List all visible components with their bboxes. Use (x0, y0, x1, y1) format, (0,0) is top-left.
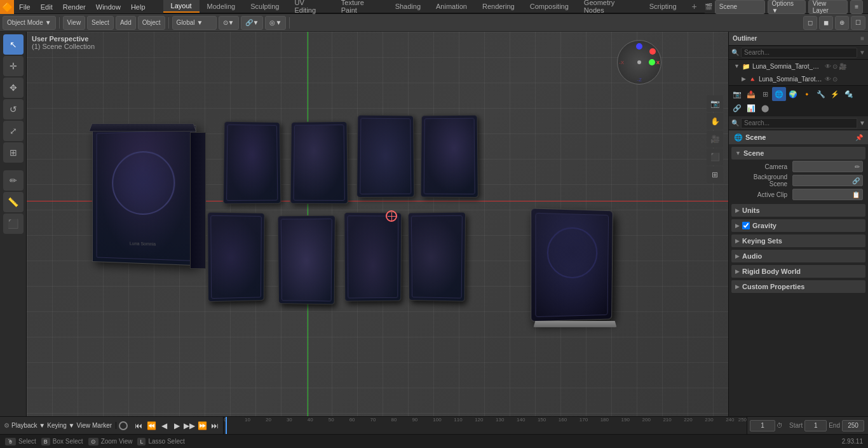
tab-texture-paint[interactable]: Texture Paint (334, 0, 388, 13)
view-menu-tl[interactable]: View (77, 422, 91, 429)
keying-sets-header[interactable]: ▶ Keying Sets (731, 234, 865, 247)
props-tab-particles[interactable]: ⚡ (828, 87, 842, 101)
options-btn[interactable]: Options ▼ (768, 0, 806, 14)
tool-select[interactable]: ↖ (3, 34, 24, 55)
outliner-filter-btn[interactable]: ≡ (860, 35, 864, 42)
transform-selector[interactable]: Global ▼ (172, 16, 217, 30)
props-search-input[interactable] (741, 118, 857, 128)
props-tab-modifiers[interactable]: 🔧 (814, 87, 828, 101)
camera-icon-btn[interactable]: 🎥 (707, 131, 723, 147)
tab-sculpting[interactable]: Sculpting (243, 0, 287, 13)
outliner-search-input[interactable] (741, 48, 857, 58)
gravity-header[interactable]: ▶ Gravity (731, 219, 865, 232)
select-menu[interactable]: Select (87, 16, 114, 30)
frame-clock-icon[interactable]: ⏱ (776, 422, 783, 429)
end-frame-input[interactable]: 250 (842, 420, 864, 431)
play-btn[interactable]: ▶ (171, 420, 182, 431)
props-tab-world[interactable]: 🌍 (786, 87, 800, 101)
camera-view-btn[interactable]: 📷 (707, 95, 723, 112)
custom-props-header[interactable]: ▶ Custom Properties (731, 280, 865, 293)
props-tab-material[interactable]: ⬤ (758, 101, 772, 115)
jump-end-btn[interactable]: ⏭ (209, 420, 220, 431)
keying-menu[interactable]: Keying ▼ (47, 422, 74, 429)
tab-animation[interactable]: Animation (428, 0, 475, 13)
tab-geometry-nodes[interactable]: Geometry Nodes (576, 0, 642, 13)
props-tab-render[interactable]: 📷 (730, 87, 744, 101)
outliner-options-btn[interactable]: ▼ (859, 49, 865, 56)
tab-shading[interactable]: Shading (388, 0, 428, 13)
tool-transform[interactable]: ⊞ (3, 142, 24, 163)
prev-keyframe-btn[interactable]: ◀ (158, 420, 170, 431)
tab-scripting[interactable]: Scripting (642, 0, 684, 13)
jump-start-btn[interactable]: ⏮ (133, 420, 144, 431)
visibility-icon-0[interactable]: 👁 (825, 63, 831, 70)
view-menu[interactable]: View (63, 16, 86, 30)
viewport-shading-1[interactable]: ◻ (803, 16, 817, 30)
select-icon-1[interactable]: ⊙ (832, 76, 837, 83)
add-menu[interactable]: Add (116, 16, 136, 30)
render-btn[interactable]: ⬛ (707, 149, 723, 165)
bg-scene-pick-btn[interactable]: 🔗 (852, 177, 860, 184)
render-icon-0[interactable]: 🎥 (839, 63, 846, 70)
outliner-item-1[interactable]: ▶ 🔺 Luna_Somnia_Tarot_Cart 👁 ⊙ (729, 72, 868, 85)
props-tab-output[interactable]: 📤 (744, 87, 758, 101)
menu-help[interactable]: Help (126, 0, 151, 13)
rigid-body-header[interactable]: ▶ Rigid Body World (731, 265, 865, 278)
audio-header[interactable]: ▶ Audio (731, 250, 865, 262)
tool-cursor[interactable]: ✛ (3, 56, 24, 76)
timeline-scrubber[interactable]: 0 10 20 30 40 50 60 70 80 90 100 110 120… (223, 417, 747, 434)
playback-menu[interactable]: Start Playback ▼ (11, 422, 45, 429)
xray-btn[interactable]: ☐ (851, 16, 865, 30)
camera-pick-btn[interactable]: ✏ (855, 163, 860, 170)
visibility-icon-1[interactable]: 👁 (825, 76, 831, 83)
viewport-shading-2[interactable]: ◼ (819, 16, 833, 30)
camera-value[interactable]: ✏ (792, 161, 863, 172)
start-frame-input[interactable]: 1 (804, 420, 827, 431)
background-scene-value[interactable]: 🔗 (792, 175, 863, 186)
props-tab-view-layer[interactable]: ⊞ (758, 87, 772, 101)
current-frame-display[interactable]: 1 (750, 420, 775, 431)
object-menu[interactable]: Object (138, 16, 165, 30)
pivot-selector[interactable]: ⊙▼ (219, 16, 239, 30)
active-clip-value[interactable]: 📋 (792, 189, 863, 200)
object-mode-selector[interactable]: Object Mode ▼ (3, 16, 56, 30)
menu-edit[interactable]: Edit (36, 0, 58, 13)
props-pin-btn[interactable]: 📌 (855, 134, 863, 141)
proportional-btn[interactable]: ◎▼ (265, 16, 286, 30)
props-filter-btn[interactable]: ▼ (859, 119, 865, 126)
units-header[interactable]: ▶ Units (731, 204, 865, 217)
props-tab-physics[interactable]: 🔩 (842, 87, 856, 101)
tab-uv-editing[interactable]: UV Editing (287, 0, 333, 13)
scene-section-header[interactable]: ▼ Scene (731, 147, 865, 160)
hand-btn[interactable]: ✋ (707, 113, 723, 130)
tool-rotate[interactable]: ↺ (3, 99, 24, 119)
tab-compositing[interactable]: Compositing (522, 0, 576, 13)
prev-frame-btn[interactable]: ⏪ (146, 420, 157, 431)
snap-btn[interactable]: 🔗▼ (241, 16, 264, 30)
filter-btn[interactable]: ≡ (850, 0, 863, 14)
select-icon-0[interactable]: ⊙ (832, 63, 837, 70)
tool-add[interactable]: ⬛ (3, 214, 24, 234)
menu-file[interactable]: File (14, 0, 36, 13)
view-layer-selector[interactable]: View Layer (808, 0, 848, 14)
tab-rendering[interactable]: Rendering (475, 0, 522, 13)
nav-circle[interactable]: Z -Z X -X (617, 40, 661, 85)
overlay-icon-btn[interactable]: ⊞ (707, 166, 723, 183)
props-tab-data[interactable]: 📊 (744, 101, 758, 115)
outliner-item-0[interactable]: ▼ 📁 Luna_Somnia_Tarot_Cards_0 👁 ⊙ 🎥 (729, 60, 868, 72)
next-frame-btn[interactable]: ⏩ (196, 420, 208, 431)
props-tab-constraints[interactable]: 🔗 (730, 101, 744, 115)
viewport-navigator[interactable]: Z -Z X -X (614, 37, 665, 88)
viewport-3d[interactable]: User Perspective (1) Scene Collection Z … (27, 32, 728, 416)
scene-selector[interactable]: Scene (715, 0, 765, 14)
tool-move[interactable]: ✥ (3, 78, 24, 98)
props-tab-object[interactable]: 🔸 (800, 87, 814, 101)
tab-modeling[interactable]: Modeling (200, 0, 243, 13)
tab-layout[interactable]: Layout (163, 0, 200, 13)
clip-pick-btn[interactable]: 📋 (852, 191, 860, 198)
tool-measure[interactable]: 📏 (3, 192, 24, 212)
menu-window[interactable]: Window (91, 0, 126, 13)
tab-add[interactable]: + (684, 0, 705, 13)
marker-menu[interactable]: Marker (92, 422, 112, 429)
props-tab-scene[interactable]: 🌐 (772, 87, 786, 101)
